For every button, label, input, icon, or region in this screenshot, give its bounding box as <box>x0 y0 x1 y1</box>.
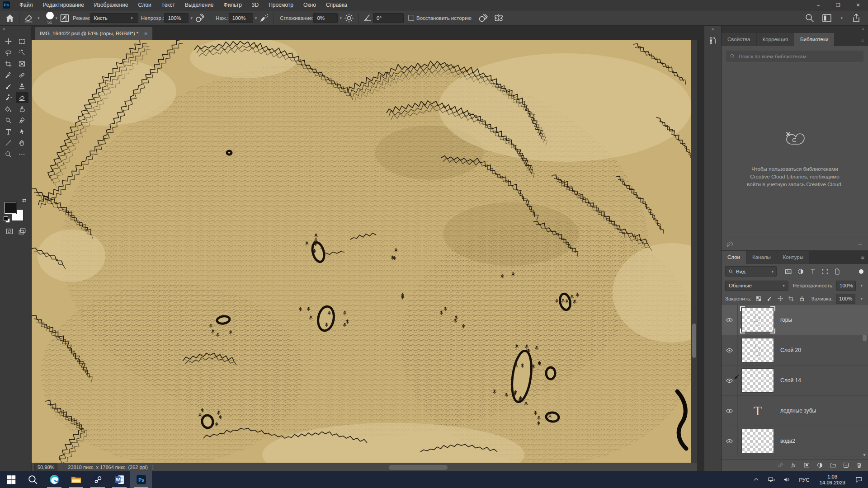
lock-transparency-icon[interactable] <box>755 295 763 303</box>
menu-фильтр[interactable]: Фильтр <box>219 0 247 10</box>
symmetry-butterfly-icon[interactable] <box>493 13 504 23</box>
chevron-down-icon[interactable]: ▾ <box>54 16 60 20</box>
layer-thumbnail[interactable] <box>741 308 774 332</box>
close-button[interactable]: ✕ <box>848 0 868 10</box>
delete-layer-icon[interactable] <box>854 461 863 469</box>
layer-thumbnail[interactable] <box>741 368 774 393</box>
marquee-tool[interactable] <box>16 36 28 47</box>
taskbar-search-icon[interactable] <box>22 471 43 488</box>
volume-icon[interactable] <box>780 471 793 488</box>
pressure-opacity-icon[interactable] <box>194 13 205 23</box>
tool-preset-picker[interactable]: ▾ <box>23 13 42 23</box>
canvas-vertical-scrollbar[interactable] <box>691 40 697 463</box>
layer-thumbnail[interactable] <box>741 429 774 453</box>
adjustment-filter-icon[interactable] <box>795 267 806 276</box>
document-canvas[interactable] <box>32 40 691 463</box>
action-center-icon[interactable] <box>852 471 865 488</box>
libraries-search-input[interactable]: Поиск по всем библиотекам <box>726 51 863 62</box>
restore-button[interactable]: ❐ <box>828 0 848 10</box>
panel-menu-icon[interactable]: ≡ <box>861 37 868 46</box>
screen-mode-icon[interactable] <box>18 227 26 235</box>
chevron-down-icon[interactable]: ▾ <box>859 296 864 301</box>
layer-filter-select[interactable]: Вид ▾ <box>725 266 777 277</box>
quick-mask-icon[interactable] <box>5 227 14 235</box>
lock-artboard-icon[interactable] <box>787 295 795 303</box>
dock-collapse-icon[interactable]: « <box>704 26 721 32</box>
lock-all-icon[interactable] <box>798 295 806 303</box>
image-filter-icon[interactable] <box>783 267 794 276</box>
zoom-level-field[interactable]: 50,98% <box>34 464 57 471</box>
default-colors-icon[interactable] <box>4 216 9 222</box>
smart-object-filter-icon[interactable] <box>832 267 843 276</box>
document-tab[interactable]: IMG_164422.psd @ 51% (горы, RGB/8*) * ✕ <box>35 27 152 40</box>
status-chevron-icon[interactable]: 〉 <box>151 464 156 471</box>
layer-visibility-toggle[interactable] <box>722 335 738 365</box>
layer-row-вода2[interactable]: вода2 <box>722 426 868 456</box>
pen-tool[interactable] <box>16 115 28 126</box>
shape-filter-icon[interactable] <box>820 267 830 276</box>
smudge-tool[interactable] <box>16 103 28 114</box>
move-tool[interactable] <box>2 36 15 47</box>
brush-angle-input[interactable]: 0° <box>373 13 404 23</box>
lock-position-icon[interactable] <box>776 295 784 303</box>
taskbar-edge-icon[interactable] <box>43 471 65 488</box>
menu-изображение[interactable]: Изображение <box>89 0 133 10</box>
eraser-tool[interactable] <box>16 92 28 103</box>
layer-row-горы[interactable]: горы <box>722 305 868 335</box>
layer-visibility-toggle[interactable] <box>722 426 738 456</box>
quick-selection-tool[interactable] <box>16 47 28 58</box>
taskbar-photoshop-icon[interactable]: Ps <box>130 471 152 488</box>
menu-редактирование[interactable]: Редактирование <box>38 0 89 10</box>
history-brush-tool[interactable] <box>2 92 15 103</box>
menu-окно[interactable]: Окно <box>298 0 321 10</box>
toolbar-collapse-icon[interactable]: « <box>0 26 31 32</box>
link-layers-icon[interactable] <box>776 461 785 469</box>
lock-pixels-icon[interactable] <box>765 295 774 303</box>
filter-toggle-icon[interactable] <box>859 269 863 274</box>
taskbar-start-icon[interactable] <box>0 471 22 488</box>
mode-select[interactable]: Кисть▾ <box>90 13 138 23</box>
tab-коррекция[interactable]: Коррекция <box>757 33 794 46</box>
swap-colors-icon[interactable]: ⇄ <box>22 197 26 203</box>
dock-expand-icon[interactable]: » <box>862 27 864 32</box>
adjustment-layer-icon[interactable] <box>815 461 824 469</box>
language-indicator[interactable]: РУС <box>795 477 813 483</box>
airbrush-icon[interactable] <box>259 13 269 23</box>
smoothing-gear-icon[interactable] <box>344 13 354 23</box>
more-tool[interactable] <box>16 149 28 160</box>
smoothing-input[interactable]: 0% <box>313 13 338 23</box>
canvas-horizontal-scrollbar[interactable] <box>389 465 448 470</box>
type-tool[interactable] <box>2 126 15 137</box>
menu-слои[interactable]: Слои <box>133 0 156 10</box>
crop-tool[interactable] <box>2 58 15 69</box>
tab-слои[interactable]: Слои <box>722 251 746 264</box>
opacity-input[interactable]: 100% <box>164 13 189 23</box>
search-icon[interactable] <box>804 13 815 23</box>
chevron-down-icon[interactable]: ▾ <box>839 16 844 20</box>
clone-stamp-tool[interactable] <box>16 81 28 92</box>
menu-выделение[interactable]: Выделение <box>180 0 219 10</box>
tab-контуры[interactable]: Контуры <box>777 251 809 264</box>
layer-style-icon[interactable]: fx <box>789 461 798 469</box>
text-layer-thumbnail[interactable]: T <box>741 399 774 423</box>
layer-row-Слой 14[interactable]: Слой 14 <box>722 366 868 396</box>
home-icon[interactable] <box>5 13 15 23</box>
healing-tool[interactable] <box>16 70 28 80</box>
menu-3d[interactable]: 3D <box>247 0 264 10</box>
scroll-down-icon[interactable]: ▼ <box>862 452 867 457</box>
brush-tool[interactable] <box>2 81 15 92</box>
tray-expand-icon[interactable] <box>749 471 763 488</box>
airbrush-pressure-icon[interactable] <box>478 13 489 23</box>
tab-close-icon[interactable]: ✕ <box>144 31 147 36</box>
blend-mode-select[interactable]: Обычные▾ <box>725 281 788 291</box>
scrollbar-thumb[interactable] <box>692 324 696 358</box>
network-icon[interactable] <box>764 471 778 488</box>
brush-size-picker[interactable]: 51 <box>46 12 54 24</box>
chevron-down-icon[interactable]: ▾ <box>859 283 864 288</box>
menu-файл[interactable]: Файл <box>14 0 38 10</box>
fill-tool[interactable] <box>2 103 15 114</box>
minimize-button[interactable]: – <box>808 0 828 10</box>
lasso-tool[interactable] <box>2 47 15 58</box>
menu-просмотр[interactable]: Просмотр <box>264 0 298 10</box>
type-filter-icon[interactable] <box>807 267 818 276</box>
